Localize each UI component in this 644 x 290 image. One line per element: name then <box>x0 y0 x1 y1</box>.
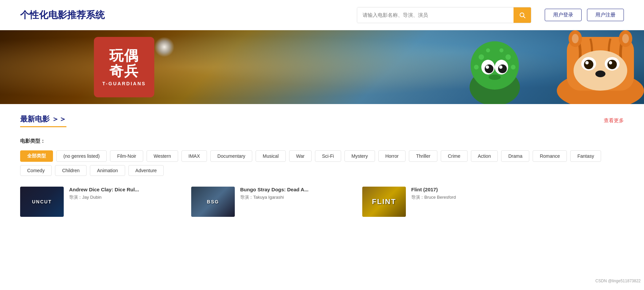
main-content: 最新电影 ＞＞ 查看更多 电影类型： 全部类型(no genres listed… <box>0 104 644 227</box>
genre-filter-section: 电影类型： 全部类型(no genres listed)Film-NoirWes… <box>20 135 624 176</box>
banner-chinese-title: 玩偶奇兵 <box>109 48 139 79</box>
genre-tag-action[interactable]: Action <box>471 150 498 162</box>
movie-poster: UNCUT <box>20 187 64 217</box>
genre-tag-crime[interactable]: Crime <box>441 150 467 162</box>
svg-point-8 <box>474 65 479 69</box>
genre-tag-romance[interactable]: Romance <box>533 150 567 162</box>
genre-tag-none[interactable]: (no genres listed) <box>56 150 107 162</box>
search-icon <box>519 12 526 18</box>
genre-tag-imax[interactable]: IMAX <box>181 150 207 162</box>
register-button[interactable]: 用户注册 <box>587 9 624 21</box>
section-title: 最新电影 ＞＞ <box>20 114 66 127</box>
login-button[interactable]: 用户登录 <box>545 9 582 21</box>
movies-grid: UNCUT Andrew Dice Clay: Dice Rul... 导演：J… <box>20 187 624 217</box>
header-buttons: 用户登录 用户注册 <box>545 9 624 21</box>
svg-point-13 <box>498 64 507 73</box>
genre-label: 电影类型： <box>20 135 45 147</box>
search-button[interactable] <box>514 7 531 23</box>
genre-tag-sci-fi[interactable]: Sci-Fi <box>315 150 341 162</box>
svg-point-24 <box>585 61 589 64</box>
svg-point-5 <box>505 54 511 60</box>
svg-line-1 <box>524 16 525 18</box>
svg-point-26 <box>595 70 605 77</box>
svg-point-9 <box>511 65 516 69</box>
svg-point-15 <box>499 65 502 69</box>
movie-title: Bungo Stray Dogs: Dead A... <box>240 187 341 192</box>
genre-tag-mystery[interactable]: Mystery <box>344 150 375 162</box>
svg-point-7 <box>499 48 503 52</box>
svg-point-6 <box>486 48 490 52</box>
movie-info: Flint (2017) 导演：Bruce Beresford <box>411 187 523 217</box>
svg-point-16 <box>489 75 501 80</box>
movie-card[interactable]: UNCUT Andrew Dice Clay: Dice Rul... 导演：J… <box>20 187 181 217</box>
genre-tag-children[interactable]: Children <box>55 165 87 176</box>
movie-director: 导演：Takuya Igarashi <box>240 194 352 200</box>
banner-english-title: T-GUARDIANS <box>102 81 146 86</box>
genre-tag-animation[interactable]: Animation <box>90 165 125 176</box>
svg-point-23 <box>607 60 617 69</box>
movie-card[interactable]: FLINT Flint (2017) 导演：Bruce Beresford <box>362 187 523 217</box>
genre-tags-container: 全部类型(no genres listed)Film-NoirWesternIM… <box>20 150 624 176</box>
search-bar <box>357 7 531 23</box>
svg-point-29 <box>572 34 579 43</box>
poster-image: UNCUT <box>20 187 64 217</box>
genre-tag-thriller[interactable]: Thriller <box>409 150 437 162</box>
movie-info: Andrew Dice Clay: Dice Rul... 导演：Jay Dub… <box>69 187 181 217</box>
orange-character-icon <box>517 30 644 104</box>
genre-tag-drama[interactable]: Drama <box>501 150 529 162</box>
svg-point-22 <box>584 60 593 69</box>
movie-director: 导演：Bruce Beresford <box>411 194 523 200</box>
banner-title-block: 玩偶奇兵 T-GUARDIANS <box>94 37 154 97</box>
genre-tag-horror[interactable]: Horror <box>378 150 406 162</box>
poster-image: BSG <box>191 187 235 217</box>
svg-point-12 <box>485 64 493 73</box>
genre-tag-film-noir[interactable]: Film-Noir <box>110 150 143 162</box>
genre-tag-fantasy[interactable]: Fantasy <box>570 150 601 162</box>
view-more-link[interactable]: 查看更多 <box>604 117 624 124</box>
movie-poster: FLINT <box>362 187 406 217</box>
movie-card[interactable]: BSG Bungo Stray Dogs: Dead A... 导演：Takuy… <box>191 187 352 217</box>
header: 个性化电影推荐系统 用户登录 用户注册 <box>0 0 644 30</box>
banner-characters <box>409 30 644 104</box>
genre-tag-musical[interactable]: Musical <box>256 150 285 162</box>
svg-point-14 <box>486 65 489 69</box>
genre-tag-war[interactable]: War <box>289 150 312 162</box>
svg-point-4 <box>479 54 484 60</box>
section-header: 最新电影 ＞＞ 查看更多 <box>20 114 624 127</box>
banner: 玩偶奇兵 T-GUARDIANS <box>0 30 644 104</box>
genre-tag-adventure[interactable]: Adventure <box>128 165 164 176</box>
genre-tag-comedy[interactable]: Comedy <box>20 165 52 176</box>
genre-tag-documentary[interactable]: Documentary <box>210 150 252 162</box>
movie-director: 导演：Jay Dubin <box>69 194 181 200</box>
poster-image: FLINT <box>362 187 406 217</box>
genre-tag-all[interactable]: 全部类型 <box>20 150 53 162</box>
svg-point-25 <box>609 61 612 64</box>
movie-title: Flint (2017) <box>411 187 512 192</box>
movie-poster: BSG <box>191 187 235 217</box>
search-input[interactable] <box>357 7 514 23</box>
svg-point-30 <box>622 34 629 43</box>
movie-title: Andrew Dice Clay: Dice Rul... <box>69 187 170 192</box>
banner-light-effect <box>154 37 174 57</box>
movie-info: Bungo Stray Dogs: Dead A... 导演：Takuya Ig… <box>240 187 352 217</box>
site-logo: 个性化电影推荐系统 <box>20 9 105 21</box>
genre-tag-western[interactable]: Western <box>147 150 178 162</box>
